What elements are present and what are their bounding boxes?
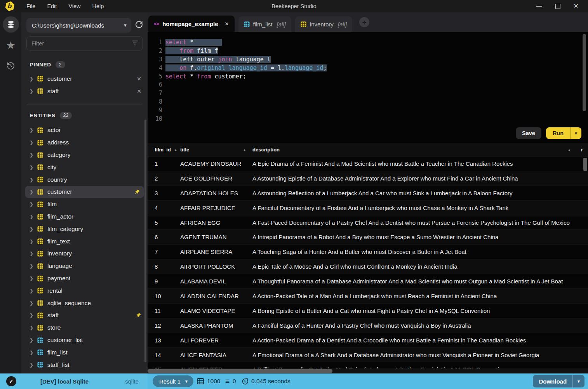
- cell-title[interactable]: ALAMO VIDEOTAPE: [180, 307, 252, 314]
- table-row[interactable]: 5 AFRICAN EGG A Fast-Paced Documentary o…: [148, 215, 588, 230]
- sort-asc-icon[interactable]: ▲: [568, 148, 571, 152]
- sidebar-scrollbar[interactable]: [144, 120, 146, 362]
- table-row[interactable]: 4 AFFAIR PREJUDICE A Fanciful Documentar…: [148, 201, 588, 215]
- chevron-right-icon[interactable]: ❯: [30, 214, 37, 219]
- entity-item-customer[interactable]: ❯ customer: [25, 186, 144, 198]
- cell-film-id[interactable]: 1: [148, 160, 180, 167]
- column-header-film_id[interactable]: film_id ▲: [148, 147, 180, 153]
- cell-film-id[interactable]: 2: [148, 175, 180, 182]
- cell-description[interactable]: A Epic Drama of a Feminist And a Mad Sci…: [252, 160, 588, 167]
- entity-item-film_list[interactable]: ❯ film_list: [21, 346, 148, 359]
- cell-title[interactable]: AGENT TRUMAN: [180, 234, 252, 240]
- chevron-right-icon[interactable]: ❯: [30, 325, 37, 330]
- cell-title[interactable]: ADAPTATION HOLES: [180, 190, 252, 196]
- entity-item-customer_list[interactable]: ❯ customer_list: [21, 334, 148, 346]
- chevron-right-icon[interactable]: ❯: [30, 89, 37, 94]
- cell-description[interactable]: A Fanciful Saga of a Hunter And a Pastry…: [252, 322, 588, 329]
- table-row[interactable]: 8 AIRPORT POLLOCK A Epic Tale of a Moose…: [148, 259, 588, 274]
- chevron-right-icon[interactable]: ❯: [30, 201, 37, 207]
- connection-path-dropdown[interactable]: C:\Users\ghstng\Downloads ▼: [26, 18, 131, 33]
- results-scrollbar-thumb[interactable]: [583, 158, 587, 171]
- menu-file[interactable]: File: [26, 3, 35, 9]
- cell-description[interactable]: A Action-Packed Tale of a Man And a Lumb…: [252, 293, 588, 299]
- table-row[interactable]: 12 ALASKA PHANTOM A Fanciful Saga of a H…: [148, 318, 588, 333]
- chevron-right-icon[interactable]: ❯: [30, 300, 37, 306]
- code-line-8[interactable]: [165, 98, 588, 106]
- entity-item-sqlite_sequence[interactable]: ❯ sqlite_sequence: [21, 297, 148, 309]
- cell-title[interactable]: AFFAIR PREJUDICE: [180, 205, 252, 211]
- cell-description[interactable]: A Astounding Reflection of a Lumberjack …: [252, 190, 588, 196]
- entity-item-inventory[interactable]: ❯ inventory: [21, 248, 148, 260]
- cell-description[interactable]: A Fanciful Documentary of a Frisbee And …: [252, 205, 588, 211]
- download-label[interactable]: Download: [533, 378, 572, 385]
- save-button[interactable]: Save: [516, 127, 541, 139]
- run-label[interactable]: Run: [546, 130, 570, 136]
- history-icon[interactable]: [6, 61, 16, 72]
- cell-title[interactable]: AFRICAN EGG: [180, 219, 252, 226]
- cell-title[interactable]: ALABAMA DEVIL: [180, 278, 252, 285]
- table-row[interactable]: 13 ALI FOREVER A Action-Packed Drama of …: [148, 333, 588, 348]
- chevron-right-icon[interactable]: ❯: [30, 239, 37, 244]
- column-header-title[interactable]: title ▲: [180, 147, 252, 153]
- new-tab-button[interactable]: +: [359, 17, 369, 27]
- entity-item-store[interactable]: ❯ store: [21, 321, 148, 334]
- chevron-right-icon[interactable]: ❯: [30, 177, 37, 182]
- code-line-10[interactable]: [165, 115, 588, 123]
- chevron-right-icon[interactable]: ❯: [30, 288, 37, 293]
- run-options-caret-icon[interactable]: ▼: [570, 127, 581, 139]
- table-row[interactable]: 9 ALABAMA DEVIL A Thoughtful Panorama of…: [148, 274, 588, 289]
- chevron-right-icon[interactable]: ❯: [30, 263, 37, 269]
- cell-description[interactable]: A Intrepid Panorama of a Robot And a Boy…: [252, 234, 588, 240]
- maximize-icon[interactable]: [555, 4, 560, 9]
- table-row[interactable]: 14 ALICE FANTASIA A Emotional Drama of a…: [148, 348, 588, 363]
- cell-film-id[interactable]: 12: [148, 322, 180, 329]
- table-row[interactable]: 7 AIRPLANE SIERRA A Touching Saga of a H…: [148, 245, 588, 259]
- entity-item-film_text[interactable]: ❯ film_text: [21, 235, 148, 248]
- cell-title[interactable]: ALASKA PHANTOM: [180, 322, 252, 329]
- menu-help[interactable]: Help: [92, 3, 104, 9]
- entity-item-staff[interactable]: ❯ staff: [21, 309, 148, 322]
- table-row[interactable]: 1 ACADEMY DINOSAUR A Epic Drama of a Fem…: [148, 156, 588, 171]
- table-row[interactable]: 15 ALIEN CENTER A Brilliant Drama of a C…: [148, 362, 588, 368]
- cell-film-id[interactable]: 11: [148, 307, 180, 314]
- unpin-close-icon[interactable]: ✕: [137, 88, 141, 94]
- tab-film_list[interactable]: film_list [all]: [238, 16, 291, 32]
- chevron-right-icon[interactable]: ❯: [30, 276, 37, 281]
- cell-description[interactable]: A Touching Saga of a Hunter And a Butler…: [252, 248, 588, 255]
- pinned-item-customer[interactable]: ❯ customer✕: [21, 73, 148, 85]
- favorites-icon[interactable]: ★: [6, 40, 15, 51]
- chevron-right-icon[interactable]: ❯: [30, 362, 37, 368]
- connections-icon[interactable]: [3, 16, 19, 33]
- editor-scrollbar[interactable]: [583, 34, 586, 111]
- run-button[interactable]: Run ▼: [546, 127, 581, 139]
- tab-close-icon[interactable]: ✕: [225, 21, 229, 27]
- cell-title[interactable]: AIRPLANE SIERRA: [180, 248, 252, 255]
- cell-film-id[interactable]: 10: [148, 293, 180, 299]
- cell-film-id[interactable]: 3: [148, 190, 180, 196]
- cell-title[interactable]: ALICE FANTASIA: [180, 352, 252, 358]
- cell-title[interactable]: ACADEMY DINOSAUR: [180, 160, 252, 167]
- download-button[interactable]: Download ▼: [533, 375, 585, 387]
- sort-asc-icon[interactable]: ▲: [174, 148, 177, 152]
- cell-title[interactable]: AIRPORT POLLOCK: [180, 263, 252, 270]
- unpin-close-icon[interactable]: ✕: [137, 76, 141, 82]
- cell-film-id[interactable]: 8: [148, 263, 180, 270]
- chevron-right-icon[interactable]: ❯: [30, 152, 37, 158]
- cell-title[interactable]: ALI FOREVER: [180, 337, 252, 344]
- cell-film-id[interactable]: 13: [148, 337, 180, 344]
- table-row[interactable]: 6 AGENT TRUMAN A Intrepid Panorama of a …: [148, 230, 588, 245]
- chevron-right-icon[interactable]: ❯: [30, 226, 37, 232]
- chevron-right-icon[interactable]: ❯: [30, 140, 37, 145]
- horizontal-scrollbar[interactable]: [148, 368, 588, 373]
- code-line-3[interactable]: left outer join language l: [165, 56, 588, 64]
- refresh-icon[interactable]: [135, 21, 143, 30]
- entity-item-staff_list[interactable]: ❯ staff_list: [21, 359, 148, 371]
- code-line-5[interactable]: select * from customer;: [165, 73, 588, 81]
- chevron-right-icon[interactable]: ❯: [30, 251, 37, 256]
- pinned-item-staff[interactable]: ❯ staff✕: [21, 85, 148, 97]
- minimize-icon[interactable]: [536, 6, 542, 7]
- code-line-9[interactable]: [165, 106, 588, 115]
- entity-item-address[interactable]: ❯ address: [21, 136, 148, 149]
- chevron-right-icon[interactable]: ❯: [30, 350, 37, 355]
- column-header-description[interactable]: description ▲: [252, 147, 581, 153]
